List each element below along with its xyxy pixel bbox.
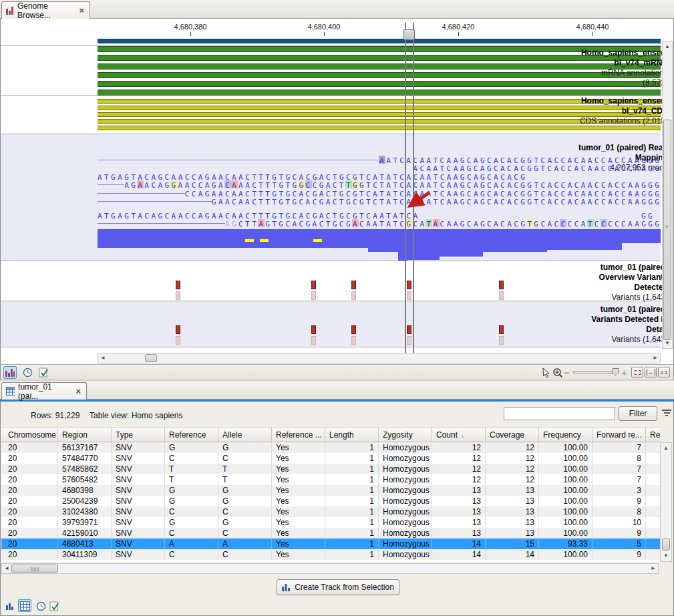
table-row[interactable]: 2031024380SNVCCYes1Homozygous1313100.008 xyxy=(1,506,660,517)
column-header-reference[interactable]: Reference xyxy=(165,427,218,442)
history-clock-icon[interactable] xyxy=(34,600,47,613)
table-hscrollbar[interactable]: ◄ ⦀⦀⦀ ► xyxy=(1,563,659,574)
cell-chromosome: 20 xyxy=(4,485,58,496)
cell-coverage: 12 xyxy=(486,474,539,485)
reference-sequence-bar[interactable] xyxy=(98,39,661,43)
variant-marker[interactable] xyxy=(311,325,316,334)
column-header-type[interactable]: Type xyxy=(112,427,165,442)
sequence-read[interactable]: ACAATCAAGCAGCACACGGTCACCACAACCACCAAGGG xyxy=(413,164,661,173)
scroll-down-icon[interactable]: ▼ xyxy=(663,339,672,348)
sequence-read[interactable]: CTTAGTGCACGACTGCGACAATATCGCATACAAGCAGCAC… xyxy=(238,220,661,228)
zoom-tool-icon[interactable] xyxy=(551,366,564,379)
table-infobar: Rows: 91,229 Table view: Homo sapiens Fi… xyxy=(1,402,673,427)
table-row[interactable]: 204680398SNVGGYes1Homozygous1313100.003 xyxy=(1,485,660,496)
table-row[interactable]: 2057485862SNVTTYes1Homozygous1212100.007 xyxy=(1,464,660,474)
genome-vscrollbar[interactable]: ▲ ≡ ▼ xyxy=(662,41,673,349)
table-view-switch-icon[interactable] xyxy=(18,599,31,612)
create-track-button[interactable]: Create Track from Selection xyxy=(277,579,399,595)
cell-count: 12 xyxy=(432,474,486,485)
scroll-down-icon[interactable]: ▼ xyxy=(661,551,671,561)
variant-marker[interactable] xyxy=(351,325,356,334)
variant-marker[interactable] xyxy=(176,281,180,289)
table-row[interactable]: 2042159010SNVCCYes1Homozygous1313100.009 xyxy=(1,528,660,538)
zoom-out-minus-icon[interactable]: − xyxy=(564,367,570,378)
cell-allele: A xyxy=(218,538,272,549)
cell-length: 1 xyxy=(325,464,379,474)
table-hscroll-thumb[interactable]: ⦀⦀⦀ xyxy=(11,565,58,573)
variant-marker[interactable] xyxy=(351,281,356,289)
scroll-left-icon[interactable]: ◄ xyxy=(2,564,11,573)
scroll-right-icon[interactable]: ► xyxy=(651,353,660,363)
scroll-left-icon[interactable]: ◄ xyxy=(98,353,108,363)
zoom-in-plus-icon[interactable]: + xyxy=(621,367,627,378)
close-tab-icon[interactable]: × xyxy=(75,386,81,396)
column-header-frequency[interactable]: Frequency xyxy=(539,427,593,442)
track-label: tumor_01 (paired)Overview VariantsDetect… xyxy=(576,263,668,303)
table-row[interactable]: 2056137167SNVGGYes1Homozygous1212100.007 xyxy=(1,442,660,453)
coverage-graph-segment xyxy=(483,229,547,252)
scroll-right-icon[interactable]: ► xyxy=(649,564,658,573)
tab-variant-table[interactable]: tumor_01 (pai... × xyxy=(1,382,87,400)
cell-frequency: 100.00 xyxy=(539,453,593,464)
column-header-chromosome[interactable]: Chromosome xyxy=(4,427,58,442)
table-row[interactable]: 2039793971SNVGGYes1Homozygous1313100.001… xyxy=(1,517,660,528)
variant-marker[interactable] xyxy=(176,325,180,334)
cell-type: SNV xyxy=(112,442,165,453)
cell-allele: T xyxy=(218,474,272,485)
sequence-read[interactable]: AG xyxy=(225,220,238,228)
column-header-region[interactable]: Region xyxy=(58,427,112,442)
tab-genome-browser[interactable]: Genome Browse... × xyxy=(1,1,90,19)
zoom-slider-thumb[interactable] xyxy=(613,368,619,376)
column-header-length[interactable]: Length xyxy=(325,427,379,442)
variant-marker[interactable] xyxy=(499,325,504,334)
genome-hscroll-thumb[interactable] xyxy=(145,354,157,362)
zoom-100-button[interactable]: 1:1 xyxy=(658,367,670,377)
pointer-tool-icon[interactable] xyxy=(539,366,552,379)
advanced-filter-icon[interactable] xyxy=(662,410,671,416)
column-header-forward-re-[interactable]: Forward re... xyxy=(593,427,646,442)
track-view-icon[interactable] xyxy=(3,366,17,379)
zoom-to-selection-button[interactable] xyxy=(631,367,643,377)
column-header-rev[interactable]: Rev xyxy=(646,427,660,442)
cell-length: 1 xyxy=(325,517,379,528)
table-row[interactable]: 2030411309SNVCCYes1Homozygous1414100.009 xyxy=(1,549,660,560)
variant-marker[interactable] xyxy=(407,325,411,334)
cds-bar[interactable] xyxy=(98,126,661,130)
element-info-check-icon[interactable] xyxy=(47,600,61,613)
zoom-slider-track[interactable] xyxy=(573,371,619,373)
cell-reference-: Yes xyxy=(272,474,325,485)
mrna-bar[interactable] xyxy=(98,90,661,96)
column-header-allele[interactable]: Allele xyxy=(218,427,272,442)
table-row[interactable]: 204680413SNVAAYes1Homozygous141593.335 xyxy=(1,538,660,549)
variant-marker[interactable] xyxy=(311,281,316,289)
genome-vscroll-thumb[interactable]: ≡ xyxy=(663,120,671,340)
history-clock-icon[interactable] xyxy=(21,366,34,379)
track-divider xyxy=(1,261,661,261)
scroll-up-icon[interactable]: ▲ xyxy=(661,444,671,453)
filter-button[interactable]: Filter xyxy=(619,406,657,421)
variant-marker[interactable] xyxy=(499,281,504,289)
column-header-coverage[interactable]: Coverage xyxy=(486,427,539,442)
close-tab-icon[interactable]: × xyxy=(79,5,84,15)
element-info-check-icon[interactable] xyxy=(37,366,50,379)
cell-reference-: Yes xyxy=(272,442,325,453)
column-header-count[interactable]: Count▲ xyxy=(432,427,486,442)
track-view-switch-icon[interactable] xyxy=(3,600,17,613)
variant-marker[interactable] xyxy=(407,281,411,289)
cell-region: 56137167 xyxy=(58,442,112,453)
table-row[interactable]: 2057605482SNVTTYes1Homozygous1212100.007 xyxy=(1,474,660,485)
tab-title: Genome Browse... xyxy=(17,1,74,20)
table-vscrollbar[interactable]: ▲ ▼ xyxy=(660,442,672,562)
genome-hscrollbar[interactable]: ◄ ► xyxy=(98,353,661,363)
scroll-up-icon[interactable]: ▲ xyxy=(663,42,672,51)
column-header-zygosity[interactable]: Zygosity xyxy=(379,427,432,442)
table-row[interactable]: 2057484770SNVCCYes1Homozygous1212100.008 xyxy=(1,453,660,464)
coverage-graph-segment xyxy=(398,229,407,261)
column-header-reference-[interactable]: Reference ... xyxy=(272,427,325,442)
filter-input[interactable] xyxy=(504,407,615,420)
sequence-read[interactable]: AGAACAGGAACCAGACAAACTTTGTGGCCGACTTGGTCTA… xyxy=(124,181,661,190)
fit-width-button[interactable]: ↔ xyxy=(645,367,657,377)
table-row[interactable]: 2025004239SNVGGYes1Homozygous1313100.009 xyxy=(1,496,660,506)
table-vscroll-thumb[interactable] xyxy=(662,538,670,551)
ruler-tick xyxy=(458,32,459,36)
